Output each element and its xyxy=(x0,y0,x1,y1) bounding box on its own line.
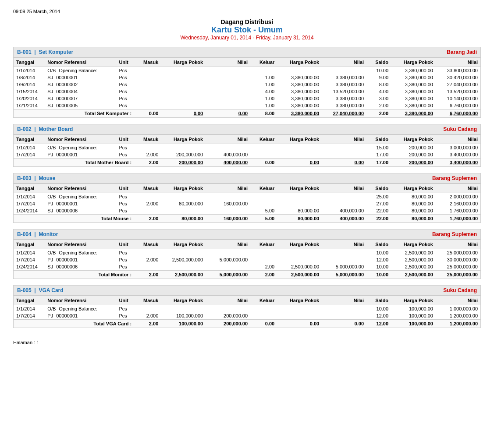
col-masuk: Masuk xyxy=(134,184,161,193)
cell-nilai-masuk xyxy=(206,305,250,313)
col-nilai-masuk: Nilai xyxy=(206,58,250,67)
cell-hp-saldo: 2,500,000.00 xyxy=(391,256,436,263)
section-b-004: B-004 | Monitor Barang Suplemen Tanggal … xyxy=(13,229,481,279)
cell-nilai-keluar xyxy=(322,249,366,257)
col-nomor-referensi: Nomor Referensi xyxy=(45,296,116,305)
cell-masuk xyxy=(134,81,161,88)
cell-keluar: 1.00 xyxy=(250,102,277,109)
col-hp-saldo: Harga Pokok xyxy=(391,296,436,305)
total-label: Total Monitor : xyxy=(14,271,134,279)
cell-nilai-keluar xyxy=(322,305,366,313)
col-tanggal: Tanggal xyxy=(14,240,45,249)
col-hp-masuk: Harga Pokok xyxy=(161,240,206,249)
total-hp-masuk: 2,500,000.00 xyxy=(161,271,206,279)
cell-tanggal: 1/1/2014 xyxy=(14,67,45,74)
cell-keluar xyxy=(250,151,277,159)
cell-ref: PJ 00000001 xyxy=(45,200,116,207)
col-hp-saldo: Harga Pokok xyxy=(391,58,436,67)
cell-ref: PJ 00000001 xyxy=(45,312,116,320)
total-hp-keluar: 2,500,000.00 xyxy=(277,271,322,279)
cell-saldo: 22.00 xyxy=(366,207,391,215)
col-hp-keluar: Harga Pokok xyxy=(277,135,322,144)
cell-nilai-keluar: 3,380,000.00 xyxy=(322,95,366,102)
cell-masuk xyxy=(134,263,161,271)
cell-hp-saldo: 3,380,000.00 xyxy=(391,81,436,88)
total-label: Total Mouse : xyxy=(14,215,134,223)
cell-hp-keluar xyxy=(277,193,322,201)
cell-hp-saldo: 80,000.00 xyxy=(391,200,436,207)
col-unit: Unit xyxy=(116,135,134,144)
section-category: Barang Suplemen xyxy=(432,175,477,181)
total-hp-saldo: 200,000.00 xyxy=(391,159,436,167)
total-nilai-masuk: 160,000.00 xyxy=(206,215,250,223)
section-category: Barang Suplemen xyxy=(432,231,477,237)
cell-unit: Pcs xyxy=(116,207,134,215)
cell-masuk xyxy=(134,102,161,109)
col-hp-masuk: Harga Pokok xyxy=(161,184,206,193)
total-row: Total Set Komputer : 0.00 0.00 0.00 8.00… xyxy=(14,109,480,118)
cell-tanggal: 1/1/2014 xyxy=(14,305,45,313)
col-unit: Unit xyxy=(116,240,134,249)
cell-keluar xyxy=(250,256,277,263)
total-hp-saldo: 80,000.00 xyxy=(391,215,436,223)
cell-hp-keluar: 3,380,000.00 xyxy=(277,74,322,81)
total-nilai-keluar: 5,000,000.00 xyxy=(322,271,366,279)
col-nomor-referensi: Nomor Referensi xyxy=(45,240,116,249)
total-hp-keluar: 0.00 xyxy=(277,159,322,167)
cell-saldo: 25.00 xyxy=(366,193,391,201)
section-code-name: B-002 | Mother Board xyxy=(17,126,73,132)
col-nomor-referensi: Nomor Referensi xyxy=(45,58,116,67)
section-b-005: B-005 | VGA Card Suku Cadang Tanggal Nom… xyxy=(13,285,481,328)
cell-masuk xyxy=(134,207,161,215)
cell-hp-keluar xyxy=(277,67,322,74)
section-header-b-005: B-005 | VGA Card Suku Cadang xyxy=(14,286,480,296)
total-nilai-saldo: 1,200,000.00 xyxy=(436,320,480,328)
cell-tanggal: 1/24/2014 xyxy=(14,207,45,215)
col-nilai-saldo: Nilai xyxy=(436,240,480,249)
cell-hp-saldo: 3,380,000.00 xyxy=(391,67,436,74)
cell-keluar xyxy=(250,67,277,74)
section-header-b-004: B-004 | Monitor Barang Suplemen xyxy=(14,229,480,240)
cell-nilai-keluar: 5,000,000.00 xyxy=(322,263,366,271)
total-nilai-masuk: 5,000,000.00 xyxy=(206,271,250,279)
section-header-b-001: B-001 | Set Komputer Barang Jadi xyxy=(14,47,480,57)
cell-hp-keluar xyxy=(277,312,322,320)
total-nilai-masuk: 200,000.00 xyxy=(206,320,250,328)
cell-unit: Pcs xyxy=(116,67,134,74)
cell-hp-saldo: 200,000.00 xyxy=(391,144,436,152)
cell-masuk xyxy=(134,88,161,95)
cell-saldo: 9.00 xyxy=(366,74,391,81)
col-unit: Unit xyxy=(116,296,134,305)
cell-hp-masuk: 2,500,000.000 xyxy=(161,256,206,263)
col-nilai-keluar: Nilai xyxy=(322,240,366,249)
cell-nilai-saldo: 33,800,000.00 xyxy=(436,67,480,74)
table-row: 1/7/2014 PJ 00000001 Pcs 2.000 200,000.0… xyxy=(14,151,480,159)
col-hp-saldo: Harga Pokok xyxy=(391,240,436,249)
col-nilai-masuk: Nilai xyxy=(206,184,250,193)
cell-tanggal: 1/20/2014 xyxy=(14,95,45,102)
cell-masuk xyxy=(134,249,161,257)
cell-saldo: 4.00 xyxy=(366,88,391,95)
total-keluar: 0.00 xyxy=(250,159,277,167)
total-masuk: 2.00 xyxy=(134,271,161,279)
total-row: Total Mother Board : 2.00 200,000.00 400… xyxy=(14,159,480,167)
cell-nilai-masuk xyxy=(206,67,250,74)
total-label: Total Set Komputer : xyxy=(14,109,134,118)
company-name: Dagang Distribusi xyxy=(13,18,481,25)
cell-ref: SJ 00000007 xyxy=(45,95,116,102)
cell-hp-masuk xyxy=(161,67,206,74)
col-nomor-referensi: Nomor Referensi xyxy=(45,184,116,193)
cell-nilai-saldo: 30,000,000.00 xyxy=(436,256,480,263)
cell-nilai-masuk: 200,000.00 xyxy=(206,312,250,320)
cell-tanggal: 1/1/2014 xyxy=(14,193,45,201)
cell-nilai-saldo: 6,760,000.00 xyxy=(436,102,480,109)
cell-hp-masuk: 80,000.000 xyxy=(161,200,206,207)
cell-keluar: 1.00 xyxy=(250,95,277,102)
col-tanggal: Tanggal xyxy=(14,184,45,193)
col-tanggal: Tanggal xyxy=(14,296,45,305)
total-saldo: 22.00 xyxy=(366,215,391,223)
cell-masuk xyxy=(134,74,161,81)
total-keluar: 5.00 xyxy=(250,215,277,223)
footer: Halaman : 1 xyxy=(13,337,481,345)
col-nilai-masuk: Nilai xyxy=(206,240,250,249)
